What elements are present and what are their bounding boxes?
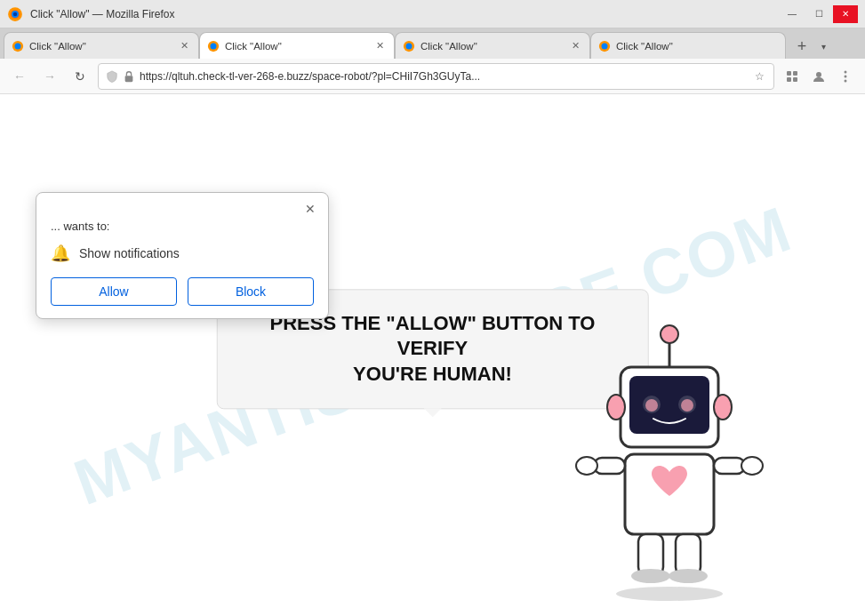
nav-bar: ← → ↻ https://qltuh.check-tl-ver-268-e.b… (0, 59, 865, 94)
tab-list-button[interactable]: ▾ (814, 34, 832, 59)
svg-point-6 (211, 43, 217, 49)
robot-illustration (545, 305, 794, 607)
tab-4[interactable]: Click "Allow" (590, 32, 786, 59)
svg-rect-23 (629, 376, 709, 434)
svg-point-38 (669, 569, 708, 583)
notification-popup: ✕ ... wants to: 🔔 Show notifications All… (36, 192, 329, 319)
popup-header: ✕ (36, 193, 328, 220)
svg-point-17 (845, 70, 847, 73)
popup-notification-row: 🔔 Show notifications (36, 238, 328, 274)
svg-rect-31 (594, 458, 625, 474)
tab-favicon-1 (12, 40, 24, 52)
allow-button[interactable]: Allow (51, 277, 177, 306)
bookmark-icon[interactable]: ☆ (752, 69, 766, 84)
popup-wants-text: ... wants to: (36, 220, 328, 238)
svg-point-37 (631, 569, 670, 583)
profile-button[interactable] (806, 64, 831, 89)
tab-3[interactable]: Click "Allow" ✕ (395, 32, 590, 59)
nav-right-buttons (780, 64, 858, 89)
tab-favicon-2 (207, 40, 220, 52)
shield-icon (106, 70, 118, 83)
browser-window: Click "Allow" — Mozilla Firefox — ☐ ✕ Cl… (0, 0, 865, 616)
new-tab-button[interactable]: + (789, 34, 814, 59)
tab-close-1[interactable]: ✕ (177, 39, 191, 53)
svg-point-4 (15, 43, 21, 49)
svg-point-34 (741, 457, 763, 475)
svg-point-33 (576, 457, 597, 475)
tab-favicon-3 (403, 40, 415, 52)
extensions-button[interactable] (780, 64, 805, 89)
svg-point-26 (645, 399, 658, 412)
tab-close-2[interactable]: ✕ (372, 39, 387, 53)
tab-title-2: Click "Allow" (225, 41, 367, 52)
svg-point-18 (845, 75, 847, 77)
title-text: Click "Allow" — Mozilla Firefox (30, 8, 175, 20)
popup-close-button[interactable]: ✕ (301, 200, 319, 218)
svg-rect-36 (676, 534, 701, 574)
title-bar: Click "Allow" — Mozilla Firefox — ☐ ✕ (0, 0, 865, 28)
svg-point-21 (661, 325, 678, 343)
tab-2[interactable]: Click "Allow" ✕ (199, 32, 395, 59)
svg-rect-13 (793, 71, 797, 76)
back-button[interactable]: ← (7, 64, 32, 89)
svg-point-8 (406, 43, 412, 49)
svg-rect-32 (714, 458, 745, 474)
popup-buttons: Allow Block (36, 274, 328, 318)
tab-bar: Click "Allow" ✕ Click "Allow" ✕ Click "A… (0, 28, 865, 59)
svg-rect-12 (787, 71, 791, 76)
page-content: MYANTISPYWARE.COM PRESS THE "ALLOW" BUTT… (0, 94, 865, 616)
title-bar-left: Click "Allow" — Mozilla Firefox (7, 6, 175, 22)
block-button[interactable]: Block (188, 277, 314, 306)
lock-icon (124, 70, 134, 83)
reload-button[interactable]: ↻ (68, 64, 92, 89)
svg-rect-15 (793, 77, 797, 82)
title-bar-controls: — ☐ ✕ (780, 5, 858, 23)
svg-point-28 (607, 395, 625, 420)
close-button[interactable]: ✕ (833, 5, 858, 23)
svg-rect-11 (125, 76, 133, 82)
tab-close-3[interactable]: ✕ (568, 39, 582, 53)
maximize-button[interactable]: ☐ (806, 5, 831, 23)
svg-point-19 (845, 79, 847, 82)
tab-title-4: Click "Allow" (616, 41, 778, 52)
more-tools-button[interactable] (833, 64, 858, 89)
tab-title-1: Click "Allow" (29, 41, 172, 52)
firefox-icon (7, 6, 23, 22)
svg-point-39 (616, 587, 723, 601)
svg-point-27 (681, 399, 693, 412)
minimize-button[interactable]: — (780, 5, 805, 23)
tab-favicon-4 (598, 40, 611, 52)
svg-point-2 (13, 12, 18, 16)
svg-rect-14 (787, 77, 791, 82)
svg-point-10 (602, 43, 608, 49)
tab-1[interactable]: Click "Allow" ✕ (4, 32, 199, 59)
tab-title-3: Click "Allow" (420, 41, 563, 52)
svg-rect-35 (638, 534, 663, 574)
svg-point-16 (816, 72, 821, 77)
forward-button[interactable]: → (37, 64, 62, 89)
robot-svg (545, 305, 794, 607)
bell-icon: 🔔 (51, 244, 70, 263)
address-bar-icons: ☆ (752, 69, 766, 84)
address-bar[interactable]: https://qltuh.check-tl-ver-268-e.buzz/sp… (98, 63, 774, 90)
address-url: https://qltuh.check-tl-ver-268-e.buzz/sp… (140, 70, 747, 83)
popup-permission-text: Show notifications (79, 246, 180, 260)
svg-point-29 (714, 395, 732, 420)
